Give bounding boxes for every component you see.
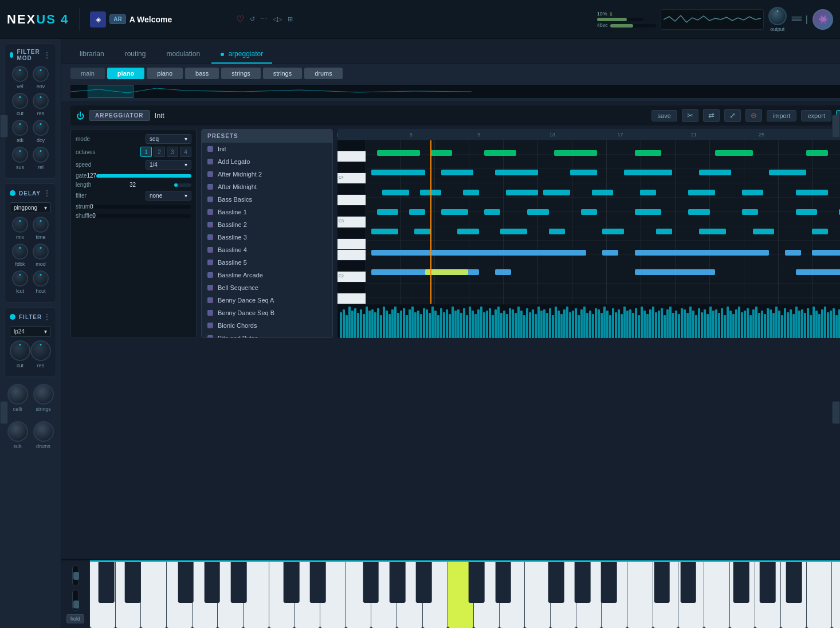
white-key[interactable] — [218, 562, 244, 628]
velocity-bar[interactable] — [801, 309, 803, 338]
velocity-bar[interactable] — [830, 311, 832, 338]
note-31[interactable] — [527, 209, 548, 215]
piano-key-row-eb3[interactable] — [337, 261, 366, 272]
velocity-bar[interactable] — [727, 307, 729, 338]
env-knob[interactable] — [33, 66, 49, 82]
note-7[interactable] — [806, 150, 827, 156]
velocity-bar[interactable] — [692, 311, 694, 338]
strum-slider[interactable] — [93, 205, 191, 209]
velocity-bar[interactable] — [503, 311, 505, 338]
velocity-bar[interactable] — [698, 308, 700, 338]
velocity-bar[interactable] — [795, 307, 798, 338]
filter-power[interactable] — [10, 314, 15, 320]
shuffle-slider[interactable] — [96, 214, 191, 218]
white-key[interactable] — [423, 562, 449, 628]
velocity-bar[interactable] — [363, 314, 365, 338]
velocity-bar[interactable] — [600, 313, 603, 338]
velocity-bar[interactable] — [661, 308, 663, 338]
velocity-bar[interactable] — [721, 308, 723, 338]
velocity-bar[interactable] — [388, 314, 391, 338]
velocity-bar[interactable] — [472, 311, 474, 338]
filter-menu-icon[interactable]: ⋮ — [43, 312, 51, 321]
preset-item-bits-bytes[interactable]: Bits and Bytes — [202, 332, 332, 337]
velocity-bar[interactable] — [414, 312, 417, 338]
velocity-bar[interactable] — [515, 313, 517, 338]
velocity-bar[interactable] — [391, 309, 394, 338]
white-key[interactable] — [90, 562, 116, 628]
grid-icon[interactable]: ⊞ — [288, 15, 293, 23]
note-54[interactable] — [812, 250, 840, 256]
white-key[interactable] — [167, 562, 193, 628]
note-28[interactable] — [409, 209, 425, 215]
velocity-bar[interactable] — [629, 309, 631, 338]
white-key[interactable] — [832, 562, 840, 628]
note-12[interactable] — [624, 170, 672, 175]
note-19[interactable] — [506, 190, 538, 195]
mod-wheel-slider[interactable] — [72, 590, 79, 611]
piano-key-row-c3[interactable] — [337, 293, 366, 304]
white-key[interactable] — [295, 562, 320, 628]
note-14[interactable] — [769, 170, 807, 175]
velocity-bar[interactable] — [689, 307, 692, 338]
velocity-bar[interactable] — [738, 307, 740, 338]
arp-export-btn[interactable]: export — [801, 110, 831, 121]
note-52[interactable] — [635, 250, 769, 256]
tab-routing[interactable]: routing — [116, 45, 155, 64]
velocity-bar[interactable] — [658, 311, 660, 338]
velocity-bar[interactable] — [761, 311, 763, 338]
piano-key-row-a3[interactable] — [337, 195, 366, 206]
velocity-bar[interactable] — [712, 311, 715, 338]
white-key[interactable] — [525, 562, 551, 628]
oct-btn-1[interactable]: 1 — [140, 147, 152, 157]
note-30[interactable] — [484, 209, 500, 215]
velocity-bar[interactable] — [406, 315, 408, 338]
white-key[interactable] — [474, 562, 500, 628]
velocity-bar[interactable] — [431, 307, 434, 338]
velocity-bar[interactable] — [340, 312, 342, 338]
note-56[interactable] — [495, 269, 511, 275]
velocity-bar[interactable] — [434, 311, 437, 338]
velocity-bar[interactable] — [420, 314, 422, 338]
output-knob-dial[interactable] — [768, 7, 787, 25]
sub-knob[interactable] — [7, 421, 28, 442]
velocity-bar[interactable] — [423, 308, 425, 338]
velocity-bar[interactable] — [833, 308, 835, 338]
more-icon[interactable]: ⋯ — [261, 15, 267, 23]
velocity-bar[interactable] — [681, 308, 683, 338]
velocity-bar[interactable] — [397, 313, 399, 338]
white-key[interactable] — [551, 562, 576, 628]
note-20[interactable] — [543, 190, 570, 195]
white-key[interactable] — [781, 562, 807, 628]
velocity-bar[interactable] — [684, 309, 686, 338]
white-key[interactable] — [653, 562, 679, 628]
note-50[interactable] — [371, 250, 586, 256]
velocity-bar[interactable] — [686, 313, 689, 338]
velocity-bar[interactable] — [649, 309, 651, 338]
velocity-bar[interactable] — [589, 311, 591, 338]
white-key[interactable] — [116, 562, 142, 628]
rel-knob[interactable] — [33, 147, 49, 163]
velocity-bar[interactable] — [729, 311, 732, 338]
white-key[interactable] — [602, 562, 627, 628]
velocity-bar[interactable] — [477, 309, 480, 338]
note-25[interactable] — [796, 190, 828, 195]
velocity-bar[interactable] — [790, 309, 792, 338]
velocity-bar[interactable] — [572, 311, 574, 338]
piano-key-row-gb3[interactable] — [337, 228, 366, 239]
velocity-bar[interactable] — [543, 309, 545, 338]
velocity-bar[interactable] — [718, 313, 720, 338]
note-2[interactable] — [430, 150, 452, 156]
arp-save-btn[interactable]: save — [651, 110, 677, 121]
drums-knob[interactable] — [33, 421, 54, 442]
speed-dropdown[interactable]: 1/4 ▾ — [146, 160, 191, 170]
velocity-bar[interactable] — [457, 309, 460, 338]
velocity-bar[interactable] — [383, 307, 385, 338]
oct-btn-3[interactable]: 3 — [167, 147, 178, 157]
velocity-bar[interactable] — [755, 307, 757, 338]
velocity-bar[interactable] — [666, 309, 669, 338]
velocity-bar[interactable] — [492, 315, 494, 338]
channel-strings1[interactable]: strings — [221, 68, 260, 79]
velocity-bar[interactable] — [775, 307, 778, 338]
velocity-bar[interactable] — [618, 309, 620, 338]
note-5[interactable] — [635, 150, 662, 156]
